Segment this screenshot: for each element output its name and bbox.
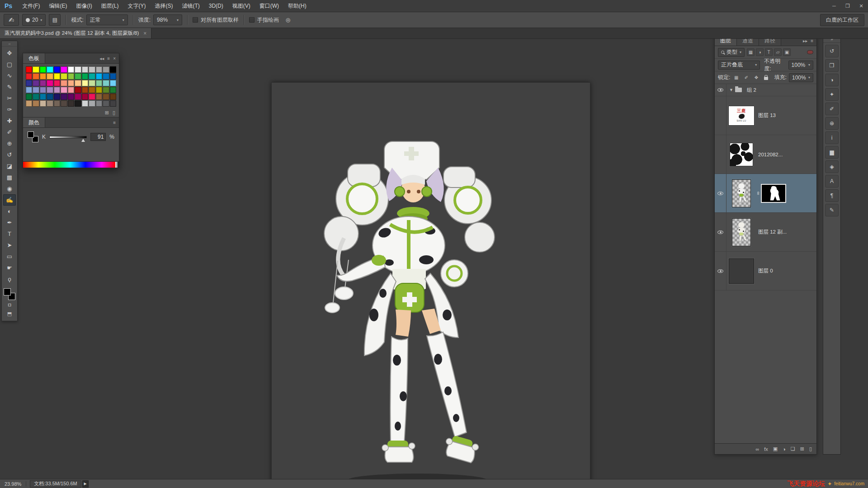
toolbar-grip[interactable]: ‹‹ <box>2 42 17 47</box>
color-swatch[interactable] <box>47 94 53 100</box>
collapse-panel-icon[interactable]: ◂◂ <box>99 56 104 61</box>
layer-thumbnail[interactable] <box>726 143 756 166</box>
lock-all-icon[interactable] <box>762 74 770 81</box>
color-swatch[interactable] <box>96 73 102 80</box>
current-tool-icon[interactable]: ✍ <box>4 14 19 26</box>
fill-select[interactable]: 100% ▾ <box>789 73 813 82</box>
k-slider[interactable] <box>49 136 87 138</box>
crop-tool[interactable]: ✂ <box>3 93 16 104</box>
toggle-brush-panel-button[interactable]: ▤ <box>49 14 61 26</box>
foreground-background-colors[interactable] <box>4 288 15 300</box>
color-swatch[interactable] <box>82 100 88 107</box>
visibility-toggle[interactable] <box>715 213 726 251</box>
color-swatch[interactable] <box>47 73 53 80</box>
mask-link-icon[interactable]: ∞ <box>756 192 761 195</box>
color-swatch[interactable] <box>61 94 67 100</box>
panel-menu-icon[interactable]: ≡ <box>811 38 813 43</box>
foreground-color-swatch[interactable] <box>28 131 34 138</box>
quick-mask-button[interactable]: ◘ <box>3 300 16 309</box>
new-swatch-icon[interactable]: ⊞ <box>105 110 109 116</box>
blur-tool[interactable]: ◉ <box>3 183 16 194</box>
layer-row[interactable]: 三鹿 SAN LU 图层 13 <box>715 96 816 135</box>
close-icon[interactable]: × <box>113 56 116 61</box>
brush-preset-picker[interactable]: 20 ▾ <box>22 14 46 26</box>
color-swatch[interactable] <box>40 66 46 73</box>
color-swatch[interactable] <box>75 100 81 107</box>
color-swatch[interactable] <box>33 94 39 100</box>
color-swatch[interactable] <box>47 87 53 93</box>
tab-color[interactable]: 颜色 <box>23 117 45 127</box>
history-panel-icon[interactable]: ↺ <box>825 45 839 57</box>
histogram-panel-icon[interactable]: ▆ <box>825 146 839 159</box>
color-swatch[interactable] <box>61 73 67 80</box>
color-swatch[interactable] <box>68 80 74 86</box>
color-swatch[interactable] <box>40 73 46 80</box>
color-swatch[interactable] <box>54 80 60 86</box>
color-swatch[interactable] <box>110 100 116 107</box>
color-swatch[interactable] <box>33 100 39 107</box>
color-swatch[interactable] <box>89 73 95 80</box>
layer-thumbnail[interactable] <box>726 179 756 207</box>
color-swatch[interactable] <box>89 94 95 100</box>
clone-stamp-tool[interactable]: ⊕ <box>3 138 16 149</box>
color-swatch[interactable] <box>47 66 53 73</box>
menu-item[interactable]: 窗口(W) <box>255 0 283 12</box>
color-swatch[interactable] <box>26 94 32 100</box>
color-swatch[interactable] <box>96 94 102 100</box>
navigator-panel-icon[interactable]: ◈ <box>825 160 839 173</box>
color-swatch[interactable] <box>68 73 74 80</box>
color-swatch[interactable] <box>89 87 95 93</box>
layer-row[interactable]: 2012082... <box>715 135 816 174</box>
color-swatch[interactable] <box>75 87 81 93</box>
layer-row[interactable]: 图层 0 <box>715 252 816 291</box>
color-swatch[interactable] <box>61 66 67 73</box>
lasso-tool[interactable]: ∿ <box>3 70 16 81</box>
color-swatch[interactable] <box>33 73 39 80</box>
eraser-tool[interactable]: ◪ <box>3 160 16 172</box>
color-swatch[interactable] <box>103 87 109 93</box>
color-swatch[interactable] <box>82 66 88 73</box>
new-layer-icon[interactable]: ⊞ <box>800 446 804 452</box>
color-swatch[interactable] <box>40 94 46 100</box>
layer-thumbnail[interactable]: 三鹿 SAN LU <box>726 106 756 126</box>
strength-select[interactable]: 98% ▾ <box>153 14 182 25</box>
type-tool[interactable]: T <box>3 228 16 239</box>
color-swatch[interactable] <box>61 80 67 86</box>
dodge-tool[interactable]: ◐ <box>3 206 16 217</box>
visibility-toggle[interactable] <box>715 252 726 290</box>
opacity-select[interactable]: 100% ▾ <box>788 61 813 70</box>
properties-panel-icon[interactable]: ❐ <box>825 59 839 72</box>
brush-tool[interactable]: ✐ <box>3 127 16 138</box>
screen-mode-button[interactable]: ⬒ <box>3 309 16 318</box>
brush-presets-panel-icon[interactable]: ✐ <box>825 103 839 115</box>
color-swatch[interactable] <box>26 66 32 73</box>
color-swatch[interactable] <box>26 100 32 107</box>
document-canvas[interactable] <box>271 82 590 488</box>
window-control-button[interactable]: ─ <box>827 1 841 11</box>
color-swatch[interactable] <box>96 66 102 73</box>
color-swatch[interactable] <box>33 87 39 93</box>
quick-selection-tool[interactable]: ✎ <box>3 81 16 93</box>
color-swatch[interactable] <box>54 73 60 80</box>
filter-type-layers-icon[interactable]: T <box>765 48 773 56</box>
paragraph-panel-icon[interactable]: ¶ <box>825 189 839 202</box>
color-swatch[interactable] <box>47 80 53 86</box>
styles-panel-icon[interactable]: ✦ <box>825 88 839 101</box>
pen-tool[interactable]: ✒ <box>3 217 16 228</box>
color-swatch[interactable] <box>82 87 88 93</box>
visibility-toggle[interactable] <box>715 96 726 135</box>
add-layer-mask-icon[interactable]: ▣ <box>773 446 778 452</box>
menu-item[interactable]: 文字(Y) <box>123 0 150 12</box>
color-swatch[interactable] <box>68 87 74 93</box>
color-swatch[interactable] <box>54 87 60 93</box>
info-panel-icon[interactable]: i <box>825 131 839 144</box>
tab-swatches[interactable]: 色板 <box>23 53 45 63</box>
color-spectrum-ramp[interactable] <box>23 161 119 168</box>
filter-adjustment-layers-icon[interactable]: ◑ <box>756 48 764 56</box>
color-swatch[interactable] <box>68 66 74 73</box>
menu-item[interactable]: 图层(L) <box>97 0 123 12</box>
color-swatch[interactable] <box>26 80 32 86</box>
window-control-button[interactable]: ❒ <box>841 1 854 11</box>
color-swatch[interactable] <box>40 80 46 86</box>
color-swatch[interactable] <box>110 73 116 80</box>
